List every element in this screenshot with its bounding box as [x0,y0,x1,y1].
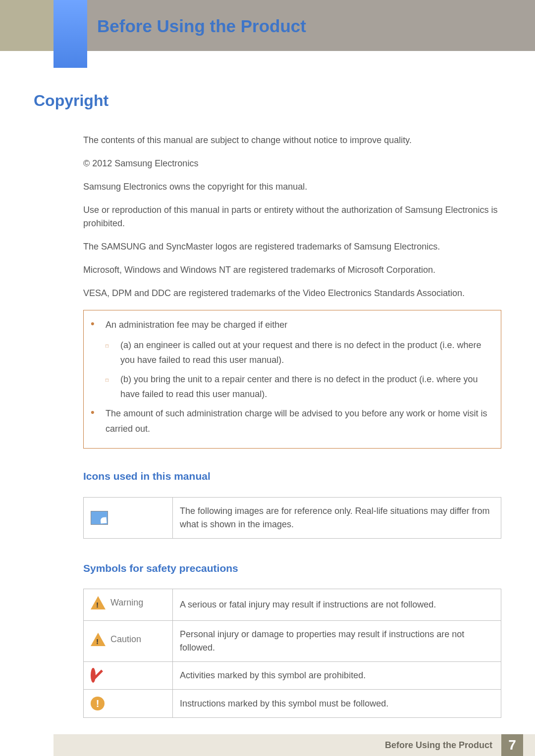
mandatory-icon: ! [91,697,105,710]
caution-icon [91,633,106,646]
note-icon [91,511,108,525]
table-row: Activities marked by this symbol are pro… [84,662,501,690]
icon-cell [84,497,173,538]
symbol-description: Personal injury or damage to properties … [173,621,501,662]
list-item: • The amount of such administration char… [91,406,494,436]
header-right-band: Before Using the Product [54,0,535,51]
symbol-label: Caution [110,633,141,646]
bullet-icon: • [91,406,106,436]
paragraph: Samsung Electronics owns the copyright f… [83,180,501,194]
sub-bullet-icon: □ [106,338,120,368]
paragraph: VESA, DPM and DDC are registered tradema… [83,287,501,300]
list-item: □ (b) you bring the unit to a repair cen… [106,372,494,402]
table-row: ! Instructions marked by this symbol mus… [84,690,501,718]
list-item-text: The amount of such administration charge… [106,406,494,436]
symbol-description: Instructions marked by this symbol must … [173,690,501,718]
paragraph: The contents of this manual are subject … [83,134,501,147]
symbol-description: A serious or fatal injury may result if … [173,589,501,621]
list-item-text: An administration fee may be charged if … [106,317,287,333]
sub-heading-icons: Icons used in this manual [83,468,501,484]
icon-cell: ! [84,690,173,718]
sub-bullet-icon: □ [106,372,120,402]
table-row: Caution Personal injury or damage to pro… [84,621,501,662]
footer-chapter-label: Before Using the Product [385,740,492,751]
list-item: • An administration fee may be charged i… [91,317,494,333]
header-blue-tab [54,0,87,68]
list-item: □ (a) an engineer is called out at your … [106,338,494,368]
paragraph: Use or reproduction of this manual in pa… [83,203,501,230]
sub-heading-symbols: Symbols for safety precautions [83,560,501,576]
symbol-description: Activities marked by this symbol are pro… [173,662,501,690]
symbol-label: Warning [110,596,143,609]
warning-icon [91,596,106,609]
paragraph: The SAMSUNG and SyncMaster logos are reg… [83,240,501,253]
table-row: The following images are for reference o… [84,497,501,538]
info-box: • An administration fee may be charged i… [83,310,501,449]
page-footer: Before Using the Product 7 [54,734,535,756]
chapter-title: Before Using the Product [97,16,306,36]
icon-cell: Caution [84,621,173,662]
bullet-icon: • [91,317,106,333]
section-title: Copyright [34,92,501,110]
page-number: 7 [501,734,523,756]
icons-table: The following images are for reference o… [83,497,501,539]
icon-description: The following images are for reference o… [173,497,501,538]
list-item-text: (b) you bring the unit to a repair cente… [120,372,494,402]
list-item-text: (a) an engineer is called out at your re… [120,338,494,368]
icon-cell [84,662,173,690]
page-content: Copyright The contents of this manual ar… [34,92,501,740]
header-left-block [0,0,54,51]
body-text-area: The contents of this manual are subject … [83,134,501,718]
table-row: Warning A serious or fatal injury may re… [84,589,501,621]
paragraph: © 2012 Samsung Electronics [83,157,501,170]
paragraph: Microsoft, Windows and Windows NT are re… [83,263,501,277]
symbols-table: Warning A serious or fatal injury may re… [83,589,501,718]
icon-cell: Warning [84,589,173,621]
prohibit-icon [91,668,96,683]
